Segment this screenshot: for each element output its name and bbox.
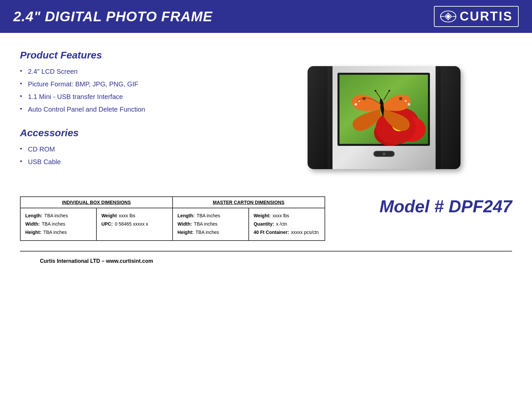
specs-data-row: Length: TBA inches Width: TBA inches Hei… [21, 208, 325, 240]
curtis-logo-icon [440, 10, 457, 23]
list-item: Picture Format: BMP, JPG, PNG, GIF [20, 79, 186, 89]
feature-list: 2.4" LCD Screen Picture Format: BMP, JPG… [20, 67, 186, 114]
svg-point-24 [399, 97, 402, 100]
accessories-heading: Accessories [20, 127, 186, 139]
specs-section: INDIVIDUAL BOX DIMENSIONS MASTER CARTON … [0, 190, 532, 251]
master-carton-col1: Length: TBA inches Width: TBA inches Hei… [173, 208, 249, 240]
individual-box-col1: Length: TBA inches Width: TBA inches Hei… [21, 208, 97, 240]
model-number-section: Model # DPF247 [325, 196, 512, 216]
list-item: USB Cable [20, 157, 186, 166]
model-number: Model # DPF247 [379, 196, 512, 216]
footer-text: Curtis International LTD – www.curtisint… [40, 258, 153, 264]
list-item: Auto Control Panel and Delete Function [20, 105, 186, 114]
svg-point-32 [389, 90, 390, 92]
logo-text: CURTIS [460, 9, 513, 24]
main-content: Product Features 2.4" LCD Screen Picture… [0, 33, 532, 190]
master-carton-col2: Weight: xxxx lbs Quantity: x /ctn 40 Ft … [249, 208, 325, 240]
specs-table: INDIVIDUAL BOX DIMENSIONS MASTER CARTON … [20, 196, 325, 241]
left-content: Product Features 2.4" LCD Screen Picture… [20, 50, 186, 180]
product-image-container [256, 50, 512, 179]
svg-point-26 [358, 100, 360, 102]
svg-point-23 [362, 97, 366, 100]
curtis-logo: CURTIS [434, 6, 519, 27]
individual-box-header: INDIVIDUAL BOX DIMENSIONS [21, 197, 173, 208]
footer: Curtis International LTD – www.curtisint… [20, 251, 512, 271]
product-features-heading: Product Features [20, 50, 186, 61]
svg-point-27 [408, 103, 410, 106]
list-item: CD ROM [20, 145, 186, 154]
list-item: 1.1 Mini - USB transfer Interface [20, 92, 186, 101]
accessories-list: CD ROM USB Cable [20, 145, 186, 166]
product-image [298, 56, 470, 179]
specs-header-row: INDIVIDUAL BOX DIMENSIONS MASTER CARTON … [21, 197, 325, 208]
page-title: 2.4" DIGITAL PHOTO FRAME [13, 9, 212, 25]
svg-point-31 [375, 90, 376, 92]
svg-point-25 [354, 103, 357, 106]
individual-box-col2: Weight xxxx lbs UPC: 0 58465 xxxxx x [97, 208, 173, 240]
list-item: 2.4" LCD Screen [20, 67, 186, 76]
svg-point-36 [383, 153, 385, 155]
header-banner: 2.4" DIGITAL PHOTO FRAME CURTIS [0, 0, 532, 33]
master-carton-header: MASTER CARTON DIMENSIONS [173, 197, 325, 208]
svg-point-28 [405, 100, 407, 102]
svg-line-33 [399, 143, 401, 144]
